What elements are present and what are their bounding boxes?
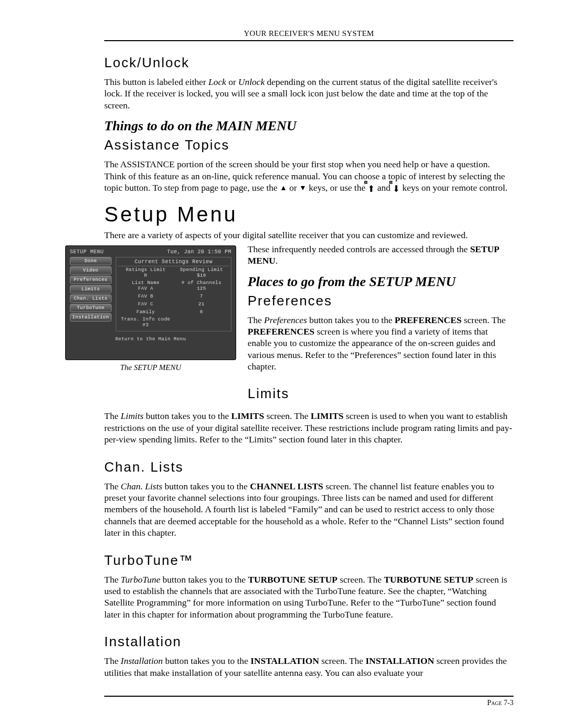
heading-installation: Installation bbox=[104, 634, 513, 650]
para-installation: The Installation button takes you to the… bbox=[104, 655, 513, 678]
crt-button: TurboTune bbox=[70, 304, 112, 312]
figure-caption: The SETUP MENU bbox=[65, 363, 236, 372]
heading-chan-lists: Chan. Lists bbox=[104, 459, 513, 475]
text: keys, or use the bbox=[307, 182, 368, 193]
crt-button: Preferences bbox=[70, 276, 112, 284]
page-label: Page bbox=[487, 699, 501, 707]
text-italic: Unlock bbox=[238, 77, 265, 87]
heading-preferences: Preferences bbox=[248, 293, 513, 309]
heading-things-main-menu: Things to do on the MAIN MENU bbox=[104, 118, 513, 134]
text: keys on your remote control. bbox=[400, 182, 507, 193]
heading-limits: Limits bbox=[248, 386, 513, 402]
heading-assistance-topics: Assistance Topics bbox=[104, 137, 513, 153]
heading-turbotune: TurboTune™ bbox=[104, 552, 513, 569]
crt-footer: Return to the Main Menu bbox=[70, 337, 231, 342]
text: or bbox=[287, 182, 299, 193]
crt-title: SETUP MENU bbox=[70, 249, 104, 255]
crt-button: Installation bbox=[70, 313, 112, 322]
para-setup-aside: These infrequently needed controls are a… bbox=[248, 243, 513, 267]
crt-datetime: Tue, Jan 20 1:50 PM bbox=[167, 249, 231, 255]
crt-button: Limits bbox=[70, 285, 112, 293]
crt-button: Chan. Lists bbox=[70, 294, 112, 303]
crt-button: Video bbox=[70, 266, 112, 275]
heading-setup-menu: Setup Menu bbox=[104, 203, 513, 226]
para-chan-lists: The Chan. Lists button takes you to the … bbox=[104, 480, 513, 539]
ch-down-icon: CH⬇ bbox=[393, 189, 400, 190]
text: This button is labeled either bbox=[104, 77, 209, 87]
page-number: 7-3 bbox=[504, 699, 513, 707]
para-turbotune: The TurboTune button takes you to the TU… bbox=[104, 574, 513, 621]
page-footer: Page 7-3 bbox=[104, 696, 513, 707]
para-preferences: The Preferences button takes you to the … bbox=[248, 314, 513, 373]
text: These infrequently needed controls are a… bbox=[248, 244, 470, 254]
para-limits: The Limits button takes you to the LIMIT… bbox=[104, 410, 513, 445]
figure-setup-menu: SETUP MENU Tue, Jan 20 1:50 PM Done Vide… bbox=[65, 245, 236, 372]
screenshot-setup-menu: SETUP MENU Tue, Jan 20 1:50 PM Done Vide… bbox=[65, 245, 236, 360]
crt-button: Done bbox=[70, 257, 112, 265]
page-header: YOUR RECEIVER'S MENU SYSTEM bbox=[104, 29, 513, 41]
para-setup-intro: There are a variety of aspects of your d… bbox=[104, 229, 513, 241]
text: or bbox=[226, 77, 238, 87]
heading-lock-unlock: Lock/Unlock bbox=[104, 55, 513, 71]
heading-places-setup-menu: Places to go from the SETUP MENU bbox=[248, 274, 513, 290]
crt-panel-title: Current Settings Review bbox=[118, 259, 229, 266]
para-lock-unlock: This button is labeled either Lock or Un… bbox=[104, 76, 513, 111]
ch-up-icon: CH⬆ bbox=[368, 189, 375, 190]
text-italic: Lock bbox=[209, 77, 226, 87]
para-assistance: The ASSISTANCE portion of the screen sho… bbox=[104, 158, 513, 193]
text: . bbox=[275, 255, 277, 266]
